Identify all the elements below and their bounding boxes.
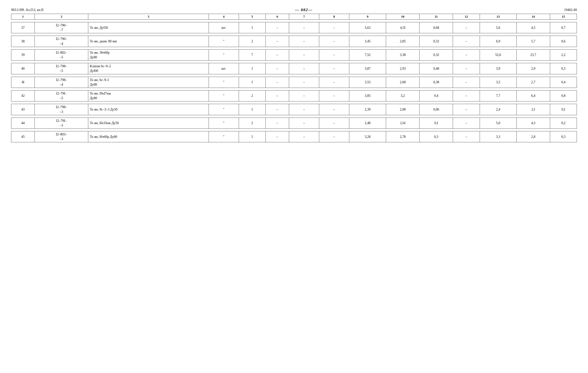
row-c14: 23,7: [516, 49, 550, 60]
row-c5: I: [239, 131, 265, 142]
row-code: I2–803– –3: [35, 131, 88, 142]
row-c12: –: [453, 131, 480, 142]
column-header-row: 1 2 3 4 5 6 7 8 9 10 11 12 13 14 15: [11, 14, 577, 20]
row-c9: 3,53: [349, 77, 386, 88]
row-c9: 7,52: [349, 49, 386, 60]
row-code: I2–798– –3: [35, 104, 88, 115]
row-c14: 6,4: [516, 90, 550, 101]
row-code: I2–790– –4: [35, 36, 88, 47]
row-c7: –: [289, 90, 319, 101]
row-c5: 2: [239, 118, 265, 129]
row-c14: 4,3: [516, 118, 550, 129]
row-c6: –: [265, 49, 289, 60]
row-c8: –: [319, 90, 349, 101]
col-header-13: 13: [480, 14, 516, 20]
row-c15: 0,7: [550, 22, 577, 33]
col-header-10: 10: [386, 14, 420, 20]
row-c10: 3,2: [386, 90, 420, 101]
row-c7: –: [289, 36, 319, 47]
col-header-5: 5: [239, 14, 265, 20]
page-header: 903-I-I99. Ал.I3.I, кн.II — 882— 19462-4…: [11, 7, 577, 12]
row-c15: 0,3: [550, 131, 577, 142]
row-c15: 0,6: [550, 36, 577, 47]
row-unit: шт.: [209, 63, 239, 74]
row-num: 43: [11, 104, 35, 115]
row-c10: 2,68: [386, 77, 420, 88]
table-row: 38 I2–790– –4 То же, диам. 80 мм " 2 – –…: [11, 36, 577, 47]
row-code: I2–79I– –3: [35, 118, 88, 129]
row-c13: 3,5: [480, 77, 516, 88]
main-table: 1 2 3 4 5 6 7 8 9 10 11 12 13 14 15 37 I…: [11, 14, 577, 142]
row-c5: 7: [239, 49, 265, 60]
row-desc: То же, I9оI7нж Ду80: [88, 90, 209, 101]
row-c5: 2: [239, 90, 265, 101]
row-c7: –: [289, 118, 319, 129]
row-c11: 0,06: [420, 104, 453, 115]
col-header-1: 1: [11, 14, 35, 20]
col-header-12: 12: [453, 14, 480, 20]
col-header-8: 8: [319, 14, 349, 20]
row-c6: –: [265, 63, 289, 74]
row-c8: –: [319, 36, 349, 47]
row-c7: –: [289, 131, 319, 142]
row-c6: –: [265, 77, 289, 88]
col-header-9: 9: [349, 14, 386, 20]
row-c14: 2,I: [516, 104, 550, 115]
row-c7: –: [289, 63, 319, 74]
row-c6: –: [265, 22, 289, 33]
col-header-11: 11: [420, 14, 453, 20]
row-c11: 0,3: [420, 131, 453, 142]
row-c6: –: [265, 90, 289, 101]
col-header-14: 14: [516, 14, 550, 20]
row-c7: –: [289, 22, 319, 33]
row-c6: –: [265, 131, 289, 142]
row-c9: 2,39: [349, 104, 386, 115]
row-c11: 0,32: [420, 36, 453, 47]
row-c15: 2,2: [550, 49, 577, 60]
table-row: 42 I2–79I– –5 То же, I9оI7нж Ду80 " 2 – …: [11, 90, 577, 101]
row-c10: 2,78: [386, 131, 420, 142]
row-num: 42: [11, 90, 35, 101]
row-c7: –: [289, 77, 319, 88]
row-unit: ": [209, 77, 239, 88]
row-c12: –: [453, 77, 480, 88]
row-unit: ": [209, 104, 239, 115]
row-c5: I: [239, 63, 265, 74]
row-c8: –: [319, 118, 349, 129]
row-desc: Клапан 6с–9–2 ДуI00: [88, 63, 209, 74]
row-c10: 2,85: [386, 36, 420, 47]
table-row: 39 I2–802– –5 То же, 30ч6бр Ду80 " 7 – –…: [11, 49, 577, 60]
row-c8: –: [319, 49, 349, 60]
row-desc: То же, ДуI50: [88, 22, 209, 33]
row-unit: ": [209, 131, 239, 142]
row-c13: 3,3: [480, 131, 516, 142]
row-code: I2–798– –5: [35, 63, 88, 74]
row-c6: –: [265, 36, 289, 47]
row-c10: 2,93: [386, 63, 420, 74]
row-desc: То же, диам. 80 мм: [88, 36, 209, 47]
row-c11: 0,48: [420, 63, 453, 74]
header-right: 19462-49: [564, 8, 577, 12]
col-header-3: 3: [88, 14, 209, 20]
row-c13: 3,9: [480, 63, 516, 74]
col-header-6: 6: [265, 14, 289, 20]
row-unit: ": [209, 49, 239, 60]
row-c8: –: [319, 77, 349, 88]
row-c6: –: [265, 104, 289, 115]
row-c11: 0,4: [420, 90, 453, 101]
row-c10: 2,08: [386, 104, 420, 115]
row-c5: I: [239, 77, 265, 88]
row-c12: –: [453, 22, 480, 33]
row-code: I2–79I– –5: [35, 90, 88, 101]
row-num: 4I: [11, 77, 35, 88]
row-c12: –: [453, 36, 480, 47]
row-desc: То же, 9с–3–3 Ду50: [88, 104, 209, 115]
row-c5: I: [239, 22, 265, 33]
row-c14: 4,5: [516, 22, 550, 33]
table-row: 45 I2–803– –3 То же, I6ч6бр Ду80 " I – –…: [11, 131, 577, 142]
row-desc: То же, 6с–9–I Ду80: [88, 77, 209, 88]
row-c9: 2,48: [349, 118, 386, 129]
row-c14: 2,9: [516, 63, 550, 74]
col-header-4: 4: [209, 14, 239, 20]
row-num: 44: [11, 118, 35, 129]
